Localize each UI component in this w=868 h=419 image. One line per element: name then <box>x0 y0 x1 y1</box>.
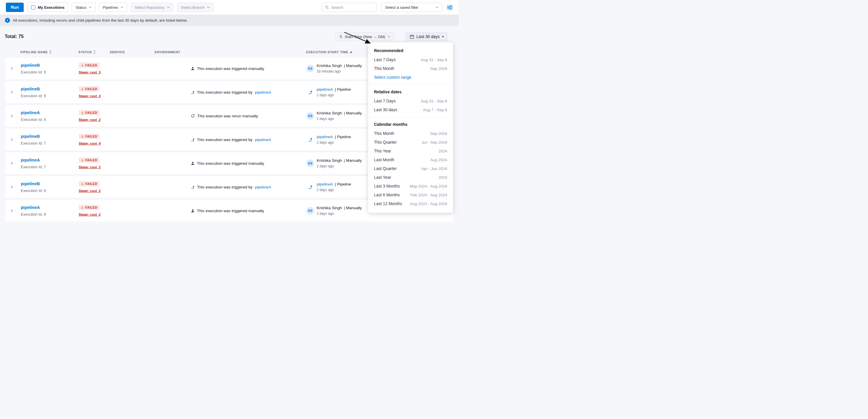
col-pipeline-name[interactable]: PIPELINE NAME <box>18 50 76 54</box>
date-range-button[interactable]: Last 30 days ▾ <box>406 32 447 41</box>
row-expand-chevron-icon[interactable] <box>10 185 13 189</box>
search-input[interactable] <box>331 5 372 10</box>
saved-filter-select[interactable]: Select a saved filter <box>381 3 442 12</box>
sort-select[interactable]: ⇅ Start Time (New → Old) <box>335 32 394 41</box>
branch-filter[interactable]: Select Branch <box>177 3 214 12</box>
search-box[interactable] <box>321 3 377 12</box>
col-status[interactable]: STATUS <box>76 50 107 54</box>
date-option[interactable]: This Quarter Jul - Sep 2024 <box>368 138 453 147</box>
chevron-down-icon <box>388 36 391 37</box>
trigger-pipeline-link[interactable]: pipelineA <box>255 185 271 189</box>
warning-icon: ⚠ <box>81 135 84 138</box>
date-option-label: Last 6 Months <box>374 193 400 197</box>
failed-stage-link[interactable]: Stage: cust_2 <box>79 118 101 122</box>
pipeline-trigger-icon <box>191 90 195 94</box>
row-expand-chevron-icon[interactable] <box>10 138 13 141</box>
execution-start-time: 2 days ago <box>317 140 352 144</box>
execution-id: Execution Id: 6 <box>21 212 76 217</box>
row-expand-chevron-icon[interactable] <box>10 67 13 70</box>
chevron-down-icon <box>89 6 92 8</box>
date-option-range: Jul - Sep 2024 <box>422 140 447 144</box>
failed-stage-link[interactable]: Stage: cust_4 <box>79 94 101 98</box>
date-option[interactable]: Last Year 2023 <box>368 173 453 182</box>
starter-pipeline-link[interactable]: pipelineA <box>317 182 333 186</box>
sort-label: Start Time (New → Old) <box>345 35 385 39</box>
status-label: FAILED <box>85 111 97 115</box>
trigger-cell: This execution was triggered manually <box>188 161 304 166</box>
trigger-pipeline-link[interactable]: pipelineA <box>255 137 271 142</box>
date-option[interactable]: Last 3 Months May 2024 - Aug 2024 <box>368 182 453 191</box>
trigger-cell: This execution was rerun manually <box>188 114 304 118</box>
status-label: FAILED <box>85 87 97 91</box>
pipeline-avatar-icon <box>306 90 314 95</box>
warning-icon: ⚠ <box>81 64 84 67</box>
date-option[interactable]: Select custom range <box>368 73 453 82</box>
starter-pipeline-link[interactable]: pipelineA <box>317 135 333 139</box>
pipelines-filter[interactable]: Pipelines <box>99 3 127 12</box>
status-label: FAILED <box>85 182 97 186</box>
trigger-text: This execution was triggered manually <box>197 208 264 213</box>
date-option-label: This Month <box>374 66 394 71</box>
starter-pipeline-link[interactable]: pipelineA <box>317 87 333 92</box>
execution-start-time: 2 days ago <box>317 212 363 216</box>
date-option[interactable]: This Month Sep 2024 <box>368 64 453 73</box>
date-option[interactable]: Last Month Aug 2024 <box>368 155 453 164</box>
row-expand-chevron-icon[interactable] <box>10 209 13 213</box>
repository-filter[interactable]: Select Repository <box>131 3 174 12</box>
status-filter[interactable]: Status <box>72 3 95 12</box>
pipeline-name-link[interactable]: pipelineB <box>21 134 40 139</box>
pipeline-name-link[interactable]: pipelineA <box>21 110 40 115</box>
date-option[interactable]: Last 30 days Aug 7 - Sep 6 <box>368 105 453 114</box>
my-executions-checkbox[interactable] <box>31 5 35 10</box>
failed-stage-link[interactable]: Stage: cust_4 <box>79 141 101 145</box>
date-option-range: Sep 2024 <box>430 131 447 136</box>
calendar-icon <box>410 35 414 39</box>
status-filter-label: Status <box>75 5 86 10</box>
status-label: FAILED <box>85 64 97 67</box>
sort-updown-icon <box>49 50 52 54</box>
failed-stage-link[interactable]: Stage: cust_2 <box>79 189 101 193</box>
failed-stage-link[interactable]: Stage: cust_2 <box>79 213 101 216</box>
status-badge: ⚠ FAILED <box>79 110 99 115</box>
pipeline-avatar-icon <box>306 137 314 142</box>
my-executions-toggle[interactable]: My Executions <box>27 3 68 12</box>
date-option[interactable]: This Year 2024 <box>368 147 453 155</box>
date-option[interactable]: Last 7 Days Aug 31 - Sep 6 <box>368 97 453 105</box>
trigger-text: This execution was triggered by <box>197 137 253 142</box>
sort-asc-icon <box>350 51 352 53</box>
manual-trigger-user-icon <box>191 162 195 165</box>
status-label: FAILED <box>85 135 97 138</box>
run-button[interactable]: Run <box>6 3 24 12</box>
failed-stage-link[interactable]: Stage: cust_3 <box>79 70 101 74</box>
execution-id: Execution Id: 7 <box>21 141 76 146</box>
date-option[interactable]: Last 7 Days Aug 31 - Sep 6 <box>368 55 453 64</box>
pipeline-trigger-icon <box>191 185 195 189</box>
date-option-label: Last Month <box>374 157 394 162</box>
filter-sliders-icon[interactable] <box>447 5 453 10</box>
status-badge: ⚠ FAILED <box>79 134 99 139</box>
sort-icon: ⇅ <box>339 35 342 39</box>
date-option-range: 2023 <box>438 175 447 180</box>
user-avatar: KS <box>306 207 314 215</box>
execution-id: Execution Id: 7 <box>21 165 76 169</box>
row-expand-chevron-icon[interactable] <box>10 90 13 94</box>
date-option[interactable]: This Month Sep 2024 <box>368 129 453 138</box>
failed-stage-link[interactable]: Stage: cust_2 <box>79 165 101 169</box>
date-option-label: Last 3 Months <box>374 184 400 188</box>
pipeline-name-link[interactable]: pipelineB <box>21 87 40 91</box>
starter-name: Krishika Singh <box>317 111 342 115</box>
pipeline-name-link[interactable]: pipelineA <box>21 205 40 210</box>
trigger-pipeline-link[interactable]: pipelineA <box>255 90 271 95</box>
pipeline-name-link[interactable]: pipelineB <box>21 182 40 186</box>
pipeline-name-link[interactable]: pipelineB <box>21 63 40 68</box>
branch-filter-label: Select Branch <box>181 5 205 10</box>
row-expand-chevron-icon[interactable] <box>10 114 13 118</box>
status-label: FAILED <box>85 206 97 209</box>
date-option[interactable]: Last Quarter Apr - Jun 2024 <box>368 164 453 173</box>
row-expand-chevron-icon[interactable] <box>10 162 13 165</box>
date-option[interactable]: Last 12 Months Aug 2023 - Aug 2024 <box>368 199 453 208</box>
pipeline-name-link[interactable]: pipelineA <box>21 158 40 162</box>
date-option[interactable]: Last 6 Months Feb 2024 - Aug 2024 <box>368 191 453 199</box>
chevron-down-icon <box>121 6 124 8</box>
starter-suffix: | Pipeline <box>335 182 351 186</box>
